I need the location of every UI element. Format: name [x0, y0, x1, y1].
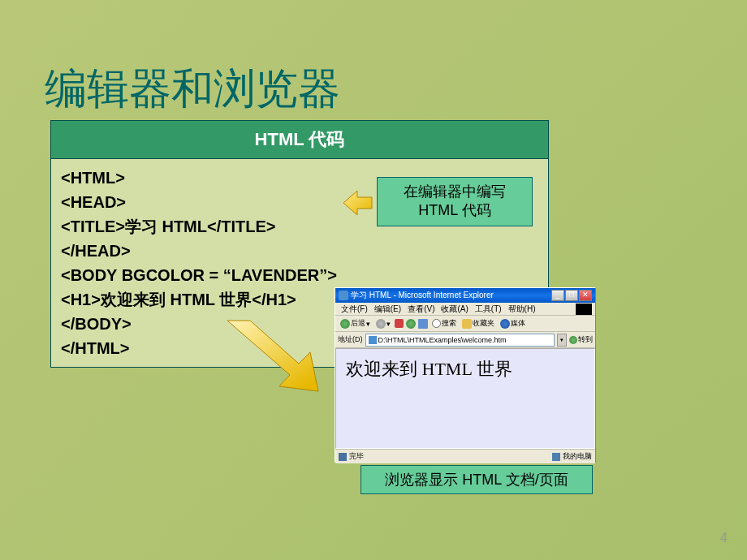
- browser-menubar: 文件(F) 编辑(E) 查看(V) 收藏(A) 工具(T) 帮助(H): [335, 303, 595, 316]
- forward-icon: [376, 319, 386, 329]
- favorites-button[interactable]: 收藏夹: [460, 318, 496, 329]
- browser-statusbar: 完毕 我的电脑: [335, 449, 595, 463]
- done-icon: [339, 453, 347, 461]
- menu-file[interactable]: 文件(F): [339, 304, 370, 315]
- browser-titlebar: 学习 HTML - Microsoft Internet Explorer _ …: [335, 288, 595, 303]
- go-label: 转到: [578, 334, 593, 345]
- code-table-header: HTML 代码: [51, 121, 548, 159]
- arrow-down-right-icon: [211, 317, 333, 398]
- status-done: 完毕: [349, 451, 364, 462]
- browser-addressbar: 地址(D) D:\HTML\HTMLExamples\welcome.htm ▾…: [335, 332, 595, 348]
- address-dropdown[interactable]: ▾: [557, 334, 567, 347]
- back-icon: [340, 319, 350, 329]
- favorites-icon: [462, 319, 472, 329]
- go-button[interactable]: 转到: [569, 334, 593, 345]
- back-label: 后退: [351, 318, 365, 329]
- zone-icon: [552, 453, 560, 461]
- media-button[interactable]: 媒体: [499, 318, 527, 329]
- callout-browser: 浏览器显示 HTML 文档/页面: [361, 465, 593, 494]
- arrow-left-icon: [341, 187, 374, 219]
- callout-editor-line1: 在编辑器中编写: [381, 183, 529, 201]
- status-right: 我的电脑: [552, 451, 592, 462]
- menu-tools[interactable]: 工具(T): [473, 304, 504, 315]
- menu-view[interactable]: 查看(V): [405, 304, 437, 315]
- menu-favorites[interactable]: 收藏(A): [438, 304, 470, 315]
- slide-title: 编辑器和浏览器: [45, 61, 340, 118]
- stop-icon[interactable]: [395, 319, 404, 328]
- callout-editor: 在编辑器中编写 HTML 代码: [377, 177, 533, 226]
- back-button[interactable]: 后退 ▾: [339, 318, 372, 329]
- chevron-down-icon: ▾: [386, 320, 391, 328]
- callout-editor-line2: HTML 代码: [381, 201, 529, 220]
- close-button[interactable]: ✕: [579, 290, 592, 301]
- status-left: 完毕: [339, 451, 364, 462]
- favorites-label: 收藏夹: [473, 318, 494, 329]
- search-icon: [432, 319, 441, 328]
- browser-toolbar: 后退 ▾ ▾ 搜索 收藏夹 媒体: [335, 316, 595, 332]
- address-input[interactable]: D:\HTML\HTMLExamples\welcome.htm: [365, 334, 555, 347]
- media-label: 媒体: [511, 318, 525, 329]
- code-line: <BODY BGCOLOR = “LAVENDER”>: [61, 263, 538, 287]
- maximize-button[interactable]: □: [565, 290, 578, 301]
- ie-throbber-icon: [576, 304, 592, 315]
- address-label: 地址(D): [338, 334, 363, 345]
- forward-button[interactable]: ▾: [374, 319, 392, 329]
- browser-title-text: 学习 HTML - Microsoft Internet Explorer: [351, 290, 494, 301]
- search-button[interactable]: 搜索: [430, 318, 458, 329]
- go-icon: [569, 336, 577, 344]
- menu-edit[interactable]: 编辑(E): [372, 304, 404, 315]
- ie-icon: [339, 291, 348, 300]
- status-zone: 我的电脑: [563, 451, 592, 462]
- minimize-button[interactable]: _: [551, 290, 564, 301]
- page-icon: [369, 336, 377, 344]
- menu-items: 文件(F) 编辑(E) 查看(V) 收藏(A) 工具(T) 帮助(H): [339, 304, 538, 315]
- browser-window: 学习 HTML - Microsoft Internet Explorer _ …: [335, 287, 596, 463]
- page-number: 4: [720, 531, 728, 545]
- home-icon[interactable]: [418, 319, 428, 329]
- window-controls: _ □ ✕: [551, 290, 592, 301]
- menu-help[interactable]: 帮助(H): [506, 304, 538, 315]
- page-heading: 欢迎来到 HTML 世界: [346, 359, 512, 379]
- media-icon: [500, 319, 510, 329]
- chevron-down-icon: ▾: [366, 320, 370, 328]
- address-url: D:\HTML\HTMLExamples\welcome.htm: [378, 336, 507, 344]
- browser-content: 欢迎来到 HTML 世界: [335, 348, 595, 449]
- search-label: 搜索: [442, 318, 456, 329]
- browser-title: 学习 HTML - Microsoft Internet Explorer: [339, 290, 494, 301]
- code-line: </HEAD>: [61, 239, 538, 263]
- refresh-icon[interactable]: [406, 319, 416, 329]
